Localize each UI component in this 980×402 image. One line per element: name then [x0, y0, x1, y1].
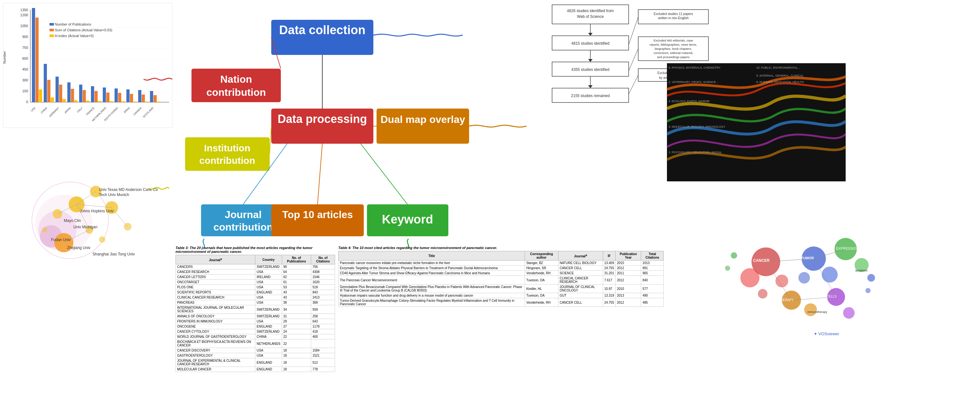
svg-rect-81 [377, 108, 469, 144]
svg-line-115 [628, 17, 638, 45]
svg-rect-110 [552, 88, 628, 102]
svg-text:FRANCE: FRANCE [86, 107, 95, 116]
svg-text:USA: USA [30, 106, 36, 112]
svg-rect-67 [49, 29, 54, 31]
svg-point-164 [740, 268, 759, 287]
svg-text:written in non-English: written in non-English [658, 16, 689, 20]
svg-rect-83 [201, 204, 286, 236]
svg-text:900: 900 [22, 35, 28, 38]
svg-text:9. INTERNAL, GENERAL, CLINICAL: 9. INTERNAL, GENERAL, CLINICAL [756, 74, 803, 77]
author-col-header: Corresponding author [525, 251, 558, 260]
svg-rect-39 [103, 88, 106, 102]
svg-point-171 [854, 258, 869, 272]
svg-text:SCOTLAND: SCOTLAND [142, 106, 154, 118]
svg-rect-0 [3, 3, 172, 128]
svg-rect-127 [667, 63, 846, 181]
svg-text:apoptosis: apoptosis [855, 269, 868, 272]
svg-text:Mayo Clin: Mayo Clin [64, 219, 81, 223]
svg-text:Excluded studies 11 papers: Excluded studies 11 papers [654, 12, 693, 16]
svg-line-151 [76, 204, 112, 207]
svg-text:by artificial selection: by artificial selection [659, 76, 687, 80]
svg-rect-123 [638, 69, 708, 81]
svg-point-173 [804, 303, 817, 316]
svg-text:Number: Number [3, 51, 6, 64]
svg-text:Journal: Journal [225, 209, 262, 220]
svg-point-140 [90, 186, 102, 197]
svg-line-149 [76, 191, 96, 204]
svg-rect-38 [98, 101, 101, 102]
journal-row: PANCREASUSA38368 [176, 300, 335, 305]
svg-text:3. MOLECULAR, BIOLOGY, IMMUNOL: 3. MOLECULAR, BIOLOGY, IMMUNOLOGY [668, 125, 725, 128]
svg-marker-109 [588, 85, 593, 88]
svg-text:Data collection: Data collection [279, 23, 365, 37]
svg-rect-32 [74, 100, 78, 102]
svg-text:Excluded 460 editorials, case: Excluded 460 editorials, case [654, 38, 693, 42]
journal-row: CANCER CYTOLOGYSWITZERLAND24418 [176, 329, 335, 334]
svg-line-184 [791, 297, 836, 300]
journal-row: CANCER LETTERSIRELAND621546 [176, 274, 335, 280]
svg-point-144 [86, 226, 93, 234]
svg-text:CHINA: CHINA [40, 106, 48, 114]
svg-line-181 [814, 249, 846, 258]
svg-text:Tech Univ Munich: Tech Univ Munich [99, 193, 129, 197]
svg-line-94 [243, 144, 287, 204]
journal-row: GASTROENTEROLOGYUSA181521 [176, 353, 335, 358]
svg-line-126 [628, 75, 638, 94]
svg-point-178 [867, 274, 875, 282]
svg-text:ITALY: ITALY [76, 106, 84, 113]
journal-row: BIOCHIMICA ET BIOPHYSICA ACTA REVIEWS ON… [176, 340, 335, 348]
svg-text:150: 150 [22, 89, 28, 93]
svg-rect-26 [51, 97, 54, 102]
svg-line-91 [271, 37, 281, 69]
svg-rect-30 [67, 82, 70, 102]
svg-text:Univ Texas MD Anderson Canc Ct: Univ Texas MD Anderson Canc Ctr [99, 187, 158, 192]
svg-point-167 [802, 247, 826, 271]
svg-text:1200: 1200 [21, 13, 28, 17]
journal-table-caption: Table 3: The 20 journals that have publi… [175, 246, 335, 254]
svg-text:✦ VOSviewer: ✦ VOSviewer [814, 332, 839, 336]
svg-rect-24 [44, 64, 47, 102]
svg-point-139 [40, 225, 62, 247]
svg-rect-106 [552, 62, 628, 76]
journal-col-header: Journala [176, 255, 255, 264]
pub-col-header: No. of Publications [282, 255, 311, 264]
journal-row: INTERNATIONAL JOURNAL OF MOLECULAR SCIEN… [176, 305, 335, 314]
svg-rect-48 [138, 90, 142, 102]
svg-rect-29 [62, 99, 66, 102]
svg-point-168 [822, 266, 838, 282]
svg-rect-97 [552, 5, 628, 24]
svg-point-143 [105, 201, 118, 214]
svg-rect-45 [126, 89, 130, 102]
svg-line-180 [766, 258, 814, 262]
svg-rect-25 [47, 80, 51, 102]
svg-text:4815 studies identified: 4815 studies identified [571, 41, 609, 46]
top10-row: Pancreatic cancer exosomes initiate pre-… [339, 260, 664, 266]
svg-rect-34 [83, 90, 86, 102]
svg-point-137 [35, 195, 92, 252]
svg-text:GERMANY: GERMANY [48, 106, 60, 118]
svg-line-182 [766, 262, 791, 300]
svg-text:300: 300 [22, 78, 28, 82]
journal-row: SCIENTIFIC REPORTSENGLAND43843 [176, 290, 335, 295]
svg-rect-27 [56, 77, 59, 102]
svg-rect-86 [271, 204, 364, 236]
svg-point-166 [758, 289, 767, 298]
svg-text:contribution: contribution [207, 86, 266, 98]
total-cite-col-header: Total Citations [641, 251, 664, 260]
svg-rect-52 [153, 95, 157, 102]
svg-rect-33 [79, 85, 82, 102]
svg-text:750: 750 [22, 46, 28, 49]
svg-rect-49 [142, 94, 145, 102]
svg-line-154 [112, 207, 128, 227]
journal-row: ONCOGENEENGLAND271178 [176, 324, 335, 329]
svg-rect-69 [49, 35, 54, 37]
svg-rect-102 [552, 36, 628, 50]
top10-row: Gemcitabine Plus Bevacizumab Compared Wi… [339, 284, 664, 293]
journal-row: JOURNAL OF EXPERIMENTAL & CLINICAL CANCE… [176, 358, 335, 367]
svg-line-122 [628, 48, 638, 71]
svg-text:CELLS: CELLS [827, 295, 837, 298]
svg-rect-47 [134, 102, 137, 102]
svg-rect-65 [49, 23, 54, 26]
svg-text:5. PHYSICS, MATERIALS, CHEMIST: 5. PHYSICS, MATERIALS, CHEMISTRY [668, 66, 721, 69]
jrnl-col-header: Journala [558, 251, 603, 260]
